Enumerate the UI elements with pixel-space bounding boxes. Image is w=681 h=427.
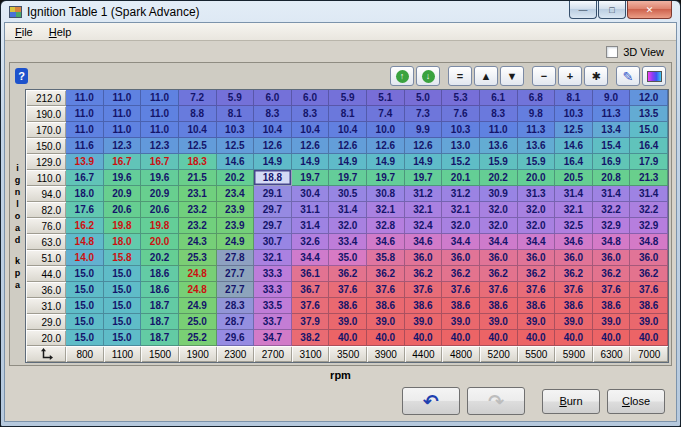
- table-cell[interactable]: 7.6: [442, 106, 480, 122]
- decrement-button[interactable]: −: [532, 66, 556, 86]
- table-cell[interactable]: 30.4: [292, 186, 330, 202]
- table-cell[interactable]: 11.3: [518, 122, 556, 138]
- table-cell[interactable]: 20.0: [141, 234, 179, 250]
- table-cell[interactable]: 38.6: [367, 298, 405, 314]
- table-cell[interactable]: 14.0: [66, 250, 104, 266]
- col-header[interactable]: 7000: [630, 346, 668, 362]
- table-cell[interactable]: 10.4: [179, 122, 217, 138]
- table-cell[interactable]: 5.0: [405, 90, 443, 106]
- close-button[interactable]: Close: [607, 389, 665, 414]
- table-cell[interactable]: 37.6: [630, 282, 668, 298]
- table-cell[interactable]: 6.0: [292, 90, 330, 106]
- table-cell[interactable]: 15.0: [66, 298, 104, 314]
- table-cell[interactable]: 29.1: [254, 186, 292, 202]
- table-cell[interactable]: 29.7: [254, 202, 292, 218]
- table-cell[interactable]: 11.3: [593, 106, 631, 122]
- col-header[interactable]: 800: [66, 346, 104, 362]
- table-cell[interactable]: 36.2: [442, 266, 480, 282]
- table-cell[interactable]: 15.8: [104, 250, 142, 266]
- table-cell[interactable]: 12.3: [104, 138, 142, 154]
- col-header[interactable]: 1100: [104, 346, 142, 362]
- table-cell[interactable]: 36.0: [518, 250, 556, 266]
- table-cell[interactable]: 7.2: [179, 90, 217, 106]
- table-cell[interactable]: 34.4: [442, 234, 480, 250]
- table-cell[interactable]: 40.0: [555, 330, 593, 346]
- table-cell[interactable]: 10.4: [254, 122, 292, 138]
- table-cell[interactable]: 32.4: [405, 218, 443, 234]
- table-cell[interactable]: 38.6: [630, 298, 668, 314]
- table-cell[interactable]: 32.0: [518, 218, 556, 234]
- table-cell[interactable]: 8.1: [555, 90, 593, 106]
- set-equal-button[interactable]: =: [448, 66, 472, 86]
- table-cell[interactable]: 36.0: [442, 250, 480, 266]
- table-cell[interactable]: 11.6: [66, 138, 104, 154]
- lower-to-min-button[interactable]: ▼: [500, 66, 524, 86]
- table-cell[interactable]: 24.8: [179, 282, 217, 298]
- table-cell[interactable]: 18.0: [104, 234, 142, 250]
- table-cell[interactable]: 25.0: [179, 314, 217, 330]
- table-cell[interactable]: 15.0: [66, 282, 104, 298]
- table-cell[interactable]: 34.8: [593, 234, 631, 250]
- titlebar[interactable]: Ignition Table 1 (Spark Advance) — □ ✕: [4, 1, 677, 22]
- table-cell[interactable]: 19.8: [104, 218, 142, 234]
- table-cell[interactable]: 20.0: [518, 170, 556, 186]
- table-cell[interactable]: 15.0: [66, 266, 104, 282]
- axis-swap-button[interactable]: [26, 346, 66, 362]
- table-cell[interactable]: 20.1: [442, 170, 480, 186]
- table-cell[interactable]: 17.6: [66, 202, 104, 218]
- col-header[interactable]: 5900: [555, 346, 593, 362]
- row-header[interactable]: 212.0: [26, 90, 66, 106]
- table-cell[interactable]: 18.7: [141, 330, 179, 346]
- table-cell[interactable]: 14.8: [66, 234, 104, 250]
- table-cell[interactable]: 6.8: [518, 90, 556, 106]
- table-cell[interactable]: 40.0: [442, 330, 480, 346]
- table-cell[interactable]: 10.3: [217, 122, 255, 138]
- table-cell[interactable]: 34.4: [292, 250, 330, 266]
- col-header[interactable]: 5200: [480, 346, 518, 362]
- table-cell[interactable]: 36.0: [405, 250, 443, 266]
- table-cell[interactable]: 14.6: [217, 154, 255, 170]
- table-cell[interactable]: 33.3: [254, 266, 292, 282]
- table-cell[interactable]: 40.0: [367, 330, 405, 346]
- menu-help[interactable]: Help: [41, 24, 80, 40]
- table-cell[interactable]: 38.6: [480, 298, 518, 314]
- table-cell[interactable]: 39.0: [518, 314, 556, 330]
- table-cell[interactable]: 32.1: [254, 250, 292, 266]
- table-cell[interactable]: 37.6: [405, 282, 443, 298]
- table-cell[interactable]: 5.3: [442, 90, 480, 106]
- table-cell[interactable]: 38.6: [442, 298, 480, 314]
- table-cell[interactable]: 32.2: [593, 202, 631, 218]
- col-header[interactable]: 2300: [217, 346, 255, 362]
- table-cell[interactable]: 39.0: [480, 314, 518, 330]
- table-cell[interactable]: 20.6: [141, 202, 179, 218]
- row-header[interactable]: 150.0: [26, 138, 66, 154]
- table-cell[interactable]: 19.7: [367, 170, 405, 186]
- table-cell[interactable]: 13.0: [442, 138, 480, 154]
- table-cell[interactable]: 18.7: [141, 298, 179, 314]
- table-cell[interactable]: 38.6: [329, 298, 367, 314]
- table-cell[interactable]: 32.1: [367, 202, 405, 218]
- table-cell[interactable]: 36.2: [555, 266, 593, 282]
- table-cell[interactable]: 36.2: [593, 266, 631, 282]
- table-cell[interactable]: 20.5: [555, 170, 593, 186]
- table-cell[interactable]: 24.9: [217, 234, 255, 250]
- table-cell[interactable]: 19.7: [292, 170, 330, 186]
- table-cell[interactable]: 14.9: [254, 154, 292, 170]
- table-cell[interactable]: 29.6: [217, 330, 255, 346]
- table-cell[interactable]: 24.9: [179, 298, 217, 314]
- table-cell[interactable]: 23.9: [217, 218, 255, 234]
- col-header[interactable]: 3900: [367, 346, 405, 362]
- table-cell[interactable]: 39.0: [630, 314, 668, 330]
- table-cell[interactable]: 16.2: [66, 218, 104, 234]
- table-cell[interactable]: 31.4: [593, 186, 631, 202]
- col-header[interactable]: 1500: [141, 346, 179, 362]
- table-cell[interactable]: 6.1: [480, 90, 518, 106]
- close-window-button[interactable]: ✕: [627, 1, 672, 19]
- increase-bin-button[interactable]: ↑: [390, 66, 414, 86]
- table-cell[interactable]: 23.4: [217, 186, 255, 202]
- redo-button[interactable]: ↷: [467, 387, 525, 415]
- table-cell[interactable]: 34.8: [630, 234, 668, 250]
- table-cell[interactable]: 36.2: [405, 266, 443, 282]
- table-cell[interactable]: 28.3: [217, 298, 255, 314]
- table-cell[interactable]: 32.9: [593, 218, 631, 234]
